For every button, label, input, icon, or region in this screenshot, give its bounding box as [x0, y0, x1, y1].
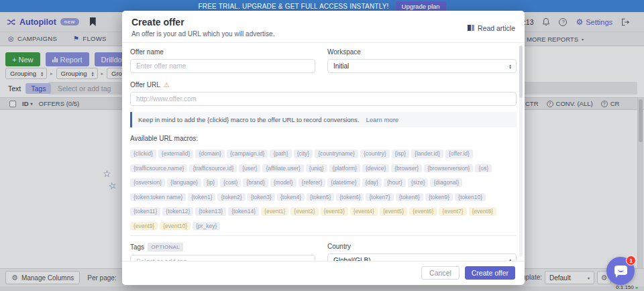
- macro-chip[interactable]: {browser}: [391, 164, 422, 173]
- macro-chip[interactable]: {trafficsource.name}: [130, 164, 187, 173]
- chat-unread-badge: 1: [626, 255, 636, 266]
- modal-title: Create offer: [131, 17, 274, 27]
- macro-chip[interactable]: {offer.id}: [445, 150, 473, 158]
- macro-chip[interactable]: {lander.id}: [411, 150, 443, 158]
- macro-chip[interactable]: {token5}: [307, 193, 334, 202]
- macro-chip[interactable]: {event6}: [409, 207, 437, 216]
- tags-label: Tags OPTIONAL: [130, 243, 315, 251]
- macro-chip[interactable]: {osversion}: [130, 178, 165, 187]
- macro-chip[interactable]: {event3}: [321, 207, 348, 216]
- modal-header: Create offer An offer is your ad URL whi…: [122, 11, 525, 43]
- warning-icon: ⚠: [164, 81, 170, 89]
- macro-chip[interactable]: {event5}: [380, 207, 407, 216]
- macro-chip[interactable]: {event10}: [160, 222, 191, 231]
- country-select[interactable]: Global(GLB) ▴▾: [327, 253, 517, 261]
- macro-chip[interactable]: {trafficsource.id}: [189, 164, 237, 173]
- tags-input[interactable]: [130, 255, 315, 261]
- offer-name-input[interactable]: [130, 59, 315, 73]
- clickid-note: Keep in mind to add the {clickid} macro …: [130, 112, 517, 127]
- modal-scrollbar[interactable]: [519, 46, 523, 257]
- macro-chip[interactable]: {token3}: [248, 193, 275, 202]
- optional-badge: OPTIONAL: [148, 243, 183, 251]
- macro-chip[interactable]: {model}: [270, 178, 297, 187]
- macro-chip[interactable]: {affiliate.user}: [262, 164, 303, 173]
- sort-carets-icon: ▴▾: [509, 64, 511, 69]
- macro-chip[interactable]: {referer}: [299, 178, 326, 187]
- create-offer-modal: Create offer An offer is your ad URL whi…: [122, 11, 525, 285]
- macro-chip[interactable]: {datetime}: [327, 178, 360, 187]
- macro-chip[interactable]: {token8}: [396, 193, 423, 202]
- sort-carets-icon: ▴▾: [509, 258, 511, 261]
- macro-chip[interactable]: {token9}: [425, 193, 453, 202]
- macro-chip[interactable]: {token4}: [277, 193, 305, 202]
- macro-chip[interactable]: {language}: [167, 178, 201, 187]
- status-dot-icon: ●: [635, 285, 638, 290]
- macro-chip[interactable]: {token7}: [366, 193, 393, 202]
- macro-chip[interactable]: {country}: [360, 150, 390, 158]
- macro-chip[interactable]: {event9}: [130, 222, 158, 231]
- macro-chip[interactable]: {diagonal}: [430, 178, 462, 187]
- macro-chip[interactable]: {event7}: [439, 207, 466, 216]
- macro-chip[interactable]: {event4}: [350, 207, 378, 216]
- url-macros-list: {clickid}{externalid}{domain}{campaign.i…: [130, 147, 517, 233]
- macro-chip[interactable]: {token2}: [217, 193, 245, 202]
- offer-name-label: Offer name: [130, 48, 315, 56]
- macro-chip[interactable]: {day}: [362, 178, 382, 187]
- promo-banner-text: FREE TRIAL. UPGRADE & GET FULL ACCESS IN…: [198, 3, 388, 10]
- modal-body: Offer name Workspace Initial ▴▾ Offer UR…: [122, 43, 525, 261]
- chat-icon: [614, 266, 627, 275]
- macro-chip[interactable]: {pr_key}: [193, 222, 220, 231]
- macro-chip[interactable]: {browserversion}: [424, 164, 473, 173]
- cancel-button[interactable]: Cancel: [421, 266, 460, 280]
- macro-chip[interactable]: {externalid}: [158, 150, 194, 158]
- macro-chip[interactable]: {token1}: [188, 193, 215, 202]
- chat-button[interactable]: 1: [606, 257, 635, 285]
- macro-chip[interactable]: {brand}: [243, 178, 268, 187]
- learn-more-link[interactable]: Learn more: [366, 116, 399, 123]
- modal-subtitle: An offer is your ad URL which you will a…: [131, 30, 274, 38]
- macro-chip[interactable]: {countryname}: [315, 150, 358, 158]
- read-article-link[interactable]: Read article: [468, 18, 515, 38]
- macro-chip[interactable]: {user}: [239, 164, 260, 173]
- macro-chip[interactable]: {token10}: [455, 193, 486, 202]
- version-info: 0.1.150 ●: [616, 284, 638, 290]
- macro-chip[interactable]: {uniq}: [306, 164, 327, 173]
- macro-chip[interactable]: {os}: [475, 164, 492, 173]
- macro-chip[interactable]: {token11}: [130, 207, 160, 216]
- macro-chip[interactable]: {platform}: [329, 164, 360, 173]
- macro-chip[interactable]: {token13}: [195, 207, 226, 216]
- macro-chip[interactable]: {city}: [294, 150, 313, 158]
- divider: [130, 235, 517, 236]
- create-offer-button[interactable]: Create offer: [465, 266, 515, 280]
- macro-chip[interactable]: {campaign.id}: [227, 150, 268, 158]
- workspace-label: Workspace: [327, 48, 517, 56]
- macro-chip[interactable]: {token12}: [162, 207, 193, 216]
- macro-chip[interactable]: {cost}: [220, 178, 241, 187]
- modal-footer: Cancel Create offer: [122, 261, 525, 285]
- macro-chip[interactable]: {clickid}: [130, 150, 156, 158]
- macro-chip[interactable]: {size}: [408, 178, 429, 187]
- macro-chip[interactable]: {ip}: [203, 178, 218, 187]
- macro-chip[interactable]: {token:token name}: [130, 193, 186, 202]
- macros-heading: Available URL macros:: [130, 135, 517, 142]
- macro-chip[interactable]: {event2}: [290, 207, 318, 216]
- macro-chip[interactable]: {event1}: [261, 207, 288, 216]
- macro-chip[interactable]: {device}: [362, 164, 389, 173]
- book-icon: [468, 25, 474, 31]
- macro-chip[interactable]: {hour}: [384, 178, 406, 187]
- workspace-select[interactable]: Initial ▴▾: [327, 59, 517, 73]
- macro-chip[interactable]: {path}: [270, 150, 291, 158]
- offer-url-input[interactable]: [130, 92, 517, 106]
- macro-chip[interactable]: {domain}: [195, 150, 225, 158]
- macro-chip[interactable]: {token14}: [228, 207, 259, 216]
- macro-chip[interactable]: {event8}: [469, 207, 496, 216]
- country-label: Country: [327, 243, 517, 250]
- macro-chip[interactable]: {isp}: [392, 150, 410, 158]
- macro-chip[interactable]: {token6}: [336, 193, 364, 202]
- offer-url-label: Offer URL ⚠: [130, 81, 517, 89]
- upgrade-plan-button[interactable]: Upgrade plan: [396, 1, 446, 11]
